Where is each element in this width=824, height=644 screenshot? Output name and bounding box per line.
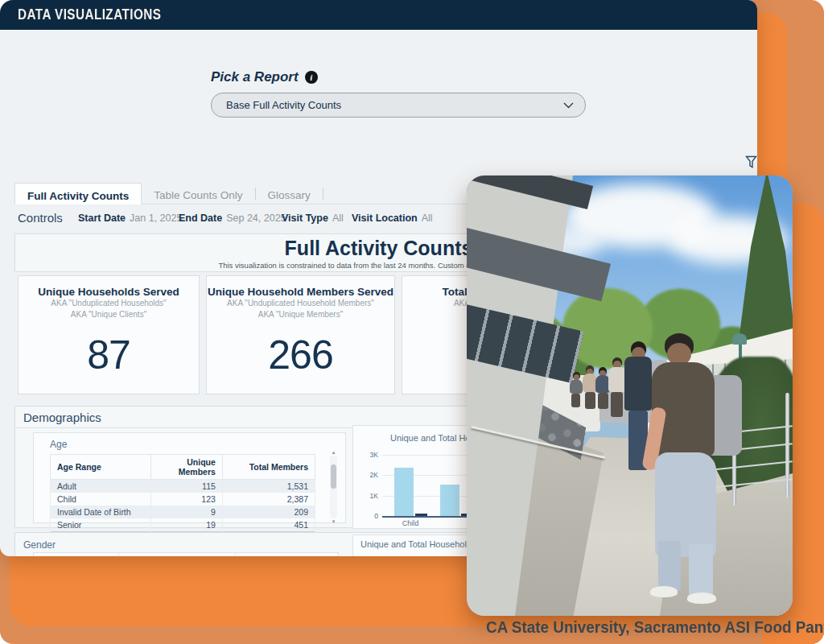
filter-end-date[interactable]: End DateSep 24, 2025 bbox=[179, 213, 286, 224]
bar-total-members bbox=[394, 468, 414, 516]
tab-glossary[interactable]: Glossary bbox=[256, 183, 323, 204]
table-row: Child1232,387 bbox=[51, 493, 315, 506]
report-select-dropdown[interactable]: Base Full Activity Counts bbox=[211, 93, 586, 118]
scroll-up-icon[interactable]: ▴ bbox=[330, 449, 337, 456]
bar-total-members bbox=[440, 485, 459, 516]
filter-visit-type[interactable]: Visit TypeAll bbox=[282, 213, 344, 224]
page-background: DATA VISUALIZATIONS Pick a Report i Base… bbox=[0, 0, 824, 644]
gender-label: Gender bbox=[23, 539, 56, 551]
photo-caption: CA State University, Sacramento ASI Food… bbox=[486, 617, 805, 637]
age-table-card: Age Age RangeUnique MembersTotal Members… bbox=[33, 432, 346, 523]
table-row: Senior19451 bbox=[51, 518, 315, 532]
person-foreground bbox=[645, 333, 742, 607]
railing-post bbox=[785, 393, 789, 497]
demographics-label: Demographics bbox=[23, 411, 101, 424]
stat-value: 266 bbox=[207, 332, 394, 378]
age-label: Age bbox=[50, 439, 67, 450]
stat-value: 87 bbox=[19, 332, 199, 378]
stat-card-unique-members: Unique Household Members Served AKA "Und… bbox=[206, 275, 395, 394]
gender-table-card bbox=[33, 552, 339, 556]
scroll-down-icon[interactable]: ▾ bbox=[330, 518, 337, 525]
chevron-down-icon bbox=[563, 102, 574, 109]
table-row: Invalid Date of Birth9209 bbox=[51, 506, 315, 518]
gender-chart-title: Unique and Total Household bbox=[360, 539, 472, 549]
tab-separator bbox=[323, 188, 323, 200]
stat-card-unique-households: Unique Households Served AKA "Unduplicat… bbox=[18, 275, 200, 394]
app-title: DATA VISUALIZATIONS bbox=[18, 6, 161, 23]
tab-full-activity-counts[interactable]: Full Activity Counts bbox=[14, 183, 142, 204]
tab-table-counts-only[interactable]: Table Counts Only bbox=[142, 183, 254, 204]
pick-report-label: Pick a Report i bbox=[211, 69, 318, 85]
report-select-value: Base Full Activity Counts bbox=[226, 99, 563, 111]
filter-visit-location[interactable]: Visit LocationAll bbox=[352, 213, 433, 224]
controls-label: Controls bbox=[18, 211, 63, 225]
filter-funnel-icon[interactable] bbox=[745, 155, 757, 172]
table-scrollbar[interactable]: ▴ ▾ bbox=[330, 456, 337, 518]
scrollbar-thumb[interactable] bbox=[331, 464, 336, 489]
table-row: Adult1151,531 bbox=[51, 480, 315, 493]
filter-start-date[interactable]: Start DateJan 1, 2025 bbox=[78, 213, 182, 224]
app-header: DATA VISUALIZATIONS bbox=[0, 0, 757, 30]
food-pantry-photo bbox=[467, 175, 793, 616]
info-icon[interactable]: i bbox=[305, 71, 318, 84]
